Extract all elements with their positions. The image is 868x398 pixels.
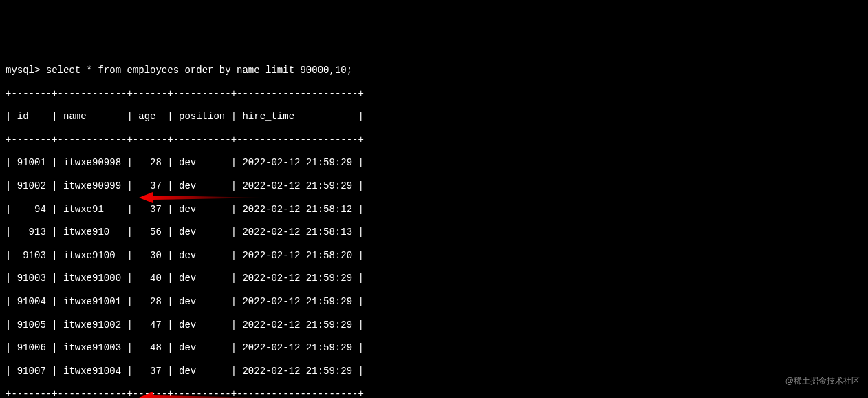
sql-query: select * from employees order by name li… — [46, 65, 352, 76]
table-row: | 91005 | itwxe91002 | 47 | dev | 2022-0… — [6, 320, 862, 331]
mysql-prompt-line: mysql> select * from employees order by … — [6, 65, 862, 76]
table-border: +-------+------------+------+----------+… — [6, 388, 862, 398]
table-row: | 91006 | itwxe91003 | 48 | dev | 2022-0… — [6, 342, 862, 354]
table-row: | 94 | itwxe91 | 37 | dev | 2022-02-12 2… — [6, 204, 862, 216]
table-header: | id | name | age | position | hire_time… — [6, 111, 862, 123]
table-border: +-------+------------+------+----------+… — [6, 134, 862, 146]
table-border: +-------+------------+------+----------+… — [6, 88, 862, 100]
table-row: | 91003 | itwxe91000 | 40 | dev | 2022-0… — [6, 273, 862, 284]
table-row: | 91002 | itwxe90999 | 37 | dev | 2022-0… — [6, 180, 862, 192]
table-row: | 9103 | itwxe9100 | 30 | dev | 2022-02-… — [6, 250, 862, 262]
table-row: | 91001 | itwxe90998 | 28 | dev | 2022-0… — [6, 157, 862, 169]
table-row: | 913 | itwxe910 | 56 | dev | 2022-02-12… — [6, 227, 862, 238]
watermark-text: @稀土掘金技术社区 — [785, 376, 860, 386]
table-row: | 91004 | itwxe91001 | 28 | dev | 2022-0… — [6, 296, 862, 308]
table-row: | 91007 | itwxe91004 | 37 | dev | 2022-0… — [6, 366, 862, 377]
mysql-prompt: mysql> — [6, 65, 46, 76]
terminal-output: mysql> select * from employees order by … — [6, 53, 862, 398]
